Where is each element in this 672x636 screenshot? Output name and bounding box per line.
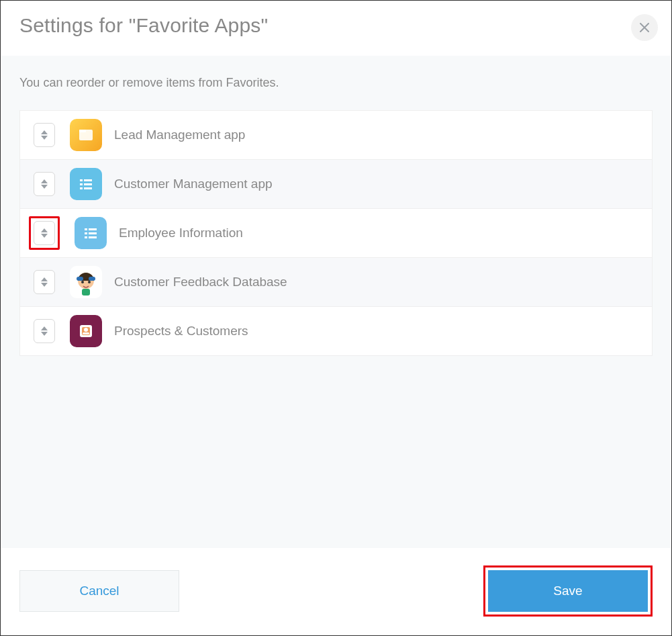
arrow-down-icon <box>41 234 48 238</box>
svg-rect-17 <box>77 277 83 281</box>
arrow-down-icon <box>41 332 48 336</box>
highlight-box <box>29 216 60 250</box>
svg-rect-9 <box>89 228 97 230</box>
svg-rect-3 <box>84 179 92 181</box>
list-item[interactable]: Employee Information <box>20 209 652 258</box>
svg-rect-19 <box>82 289 90 296</box>
item-label: Lead Management app <box>114 128 245 142</box>
svg-rect-5 <box>84 183 92 185</box>
dialog-header: Settings for "Favorite Apps" <box>1 1 671 56</box>
list-item[interactable]: Prospects & Customers <box>20 307 652 356</box>
list-item[interactable]: Lead Management app <box>20 111 652 160</box>
arrow-down-icon <box>41 283 48 287</box>
close-icon <box>640 23 649 32</box>
hint-text: You can reorder or remove items from Fav… <box>19 76 653 90</box>
favorites-list: Lead Management app Customer Management … <box>19 110 653 356</box>
dialog-body: You can reorder or remove items from Fav… <box>1 56 671 553</box>
svg-point-16 <box>88 281 91 283</box>
svg-rect-13 <box>89 236 97 238</box>
avatar-icon <box>70 266 102 298</box>
close-button[interactable] <box>631 14 658 41</box>
svg-rect-10 <box>85 232 87 234</box>
highlight-box: Save <box>483 565 653 617</box>
dialog-title: Settings for "Favorite Apps" <box>19 14 653 37</box>
folder-icon <box>70 119 102 151</box>
svg-rect-6 <box>80 187 83 189</box>
list-icon <box>70 168 102 200</box>
item-label: Customer Feedback Database <box>114 275 287 289</box>
drag-handle[interactable] <box>34 221 55 245</box>
svg-point-22 <box>84 328 88 332</box>
svg-rect-2 <box>80 179 83 181</box>
svg-rect-23 <box>83 332 89 334</box>
svg-rect-8 <box>85 228 87 230</box>
card-icon <box>70 315 102 347</box>
drag-handle[interactable] <box>34 172 55 196</box>
arrow-down-icon <box>41 136 48 140</box>
drag-handle[interactable] <box>34 270 55 294</box>
svg-rect-1 <box>79 130 86 132</box>
item-label: Prospects & Customers <box>114 324 248 338</box>
svg-rect-7 <box>84 187 92 189</box>
arrow-up-icon <box>41 277 48 281</box>
arrow-up-icon <box>41 179 48 183</box>
svg-point-15 <box>81 281 84 283</box>
list-icon <box>75 217 107 249</box>
arrow-up-icon <box>41 326 48 330</box>
drag-handle[interactable] <box>34 319 55 343</box>
svg-rect-4 <box>80 183 83 185</box>
cancel-button[interactable]: Cancel <box>19 570 179 612</box>
save-button[interactable]: Save <box>488 570 648 612</box>
svg-rect-18 <box>89 277 95 281</box>
arrow-down-icon <box>41 185 48 189</box>
item-label: Employee Information <box>119 226 243 240</box>
list-item[interactable]: Customer Management app <box>20 160 652 209</box>
svg-rect-12 <box>85 236 87 238</box>
drag-handle[interactable] <box>34 123 55 147</box>
arrow-up-icon <box>41 228 48 232</box>
list-item[interactable]: Customer Feedback Database <box>20 258 652 307</box>
arrow-up-icon <box>41 130 48 134</box>
dialog-footer: Cancel Save <box>1 548 671 635</box>
item-label: Customer Management app <box>114 177 273 191</box>
svg-rect-11 <box>89 232 97 234</box>
